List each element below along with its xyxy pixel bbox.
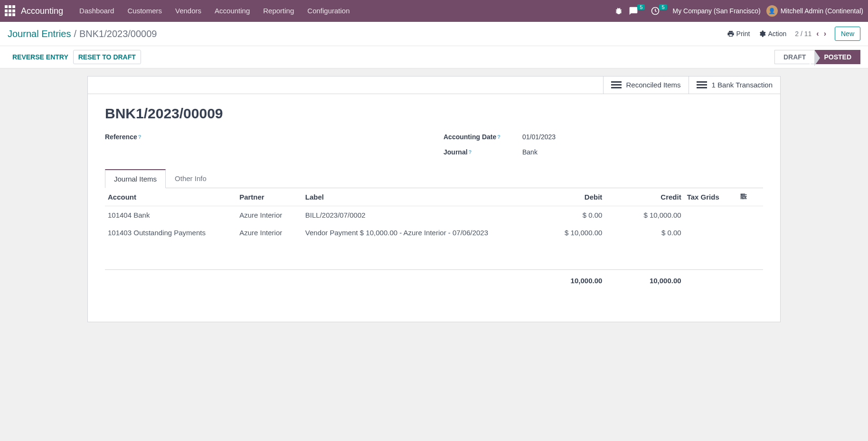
reset-to-draft-button[interactable]: RESET TO DRAFT [73,50,141,64]
pager-prev-icon[interactable]: ‹ [816,29,819,38]
col-debit[interactable]: Debit [526,188,605,206]
status-draft[interactable]: DRAFT [774,50,815,64]
pager-next-icon[interactable]: › [824,29,826,38]
list-icon [611,81,622,88]
apps-icon[interactable] [5,5,16,17]
avatar-icon: 👤 [766,5,778,17]
journal-value[interactable]: Bank [522,148,538,156]
nav-reporting[interactable]: Reporting [256,0,301,22]
col-credit[interactable]: Credit [605,188,684,206]
journal-items-table: Account Partner Label Debit Credit Tax G… [105,188,763,292]
col-settings[interactable] [737,188,763,206]
breadcrumb-parent[interactable]: Journal Entries [8,29,71,39]
fields-right: Accounting Date ? 01/01/2023 Journal ? B… [443,133,763,156]
entry-name: BNK1/2023/00009 [105,105,763,122]
company-switcher[interactable]: My Company (San Francisco) [673,7,761,15]
journal-label: Journal ? [443,148,515,156]
reconciled-items-button[interactable]: Reconciled Items [603,77,689,94]
messages-badge: 5 [637,4,645,10]
activities-icon[interactable]: 5 [651,6,667,16]
tab-journal-items[interactable]: Journal Items [105,169,166,188]
status-bar: REVERSE ENTRY RESET TO DRAFT DRAFT POSTE… [0,46,868,68]
nav-configuration[interactable]: Configuration [301,0,356,22]
nav-customers[interactable]: Customers [121,0,169,22]
control-right: Print Action 2 / 11 ‹ › New [727,27,860,41]
stat-buttons: Reconciled Items 1 Bank Transaction [88,77,780,94]
table-row[interactable]: 101403 Outstanding Payments Azure Interi… [105,224,763,241]
sheet-wrap: Reconciled Items 1 Bank Transaction BNK1… [0,68,868,330]
status-pills: DRAFT POSTED [774,50,860,64]
list-icon [697,81,707,88]
accounting-date-value[interactable]: 01/01/2023 [522,133,556,141]
control-bar: Journal Entries / BNK1/2023/00009 Print … [0,22,868,46]
user-name: Mitchell Admin (Continental) [781,7,863,15]
breadcrumb: Journal Entries / BNK1/2023/00009 [8,29,157,39]
action-button[interactable]: Action [758,30,786,38]
messages-icon[interactable]: 5 [629,6,645,16]
fields-left: Reference ? [105,133,425,156]
col-tax-grids[interactable]: Tax Grids [684,188,737,206]
table-spacer [105,241,763,270]
new-button[interactable]: New [835,27,860,41]
nav-menu: Dashboard Customers Vendors Accounting R… [73,0,356,22]
col-account[interactable]: Account [105,188,236,206]
debug-icon[interactable] [614,7,623,15]
sheet-body: BNK1/2023/00009 Reference ? Accounting [88,94,780,322]
table-row[interactable]: 101404 Bank Azure Interior BILL/2023/07/… [105,206,763,224]
print-button[interactable]: Print [727,30,750,38]
total-credit: 10,000.00 [605,270,684,292]
breadcrumb-sep: / [74,29,76,39]
user-menu[interactable]: 👤 Mitchell Admin (Continental) [766,5,863,17]
reverse-entry-button[interactable]: REVERSE ENTRY [8,50,73,64]
help-icon[interactable]: ? [138,134,142,140]
navbar: Accounting Dashboard Customers Vendors A… [0,0,868,22]
total-debit: 10,000.00 [526,270,605,292]
activities-badge: 5 [659,4,667,10]
status-posted[interactable]: POSTED [815,50,860,64]
tabs: Journal Items Other Info [105,169,763,188]
accounting-date-label: Accounting Date ? [443,133,515,141]
form-sheet: Reconciled Items 1 Bank Transaction BNK1… [87,76,781,322]
journal-field: Journal ? Bank [443,148,763,156]
pager-count[interactable]: 2 / 11 [795,30,811,38]
breadcrumb-current: BNK1/2023/00009 [79,29,157,39]
nav-accounting[interactable]: Accounting [208,0,256,22]
pager: 2 / 11 ‹ › [795,29,826,38]
help-icon[interactable]: ? [497,134,500,140]
help-icon[interactable]: ? [469,149,472,155]
fields-grid: Reference ? Accounting Date ? 01/01/2023 [105,133,763,156]
nav-dashboard[interactable]: Dashboard [73,0,121,22]
tab-other-info[interactable]: Other Info [166,169,216,188]
nav-right: 5 5 My Company (San Francisco) 👤 Mitchel… [614,5,863,17]
accounting-date-field: Accounting Date ? 01/01/2023 [443,133,763,141]
col-partner[interactable]: Partner [236,188,302,206]
reference-label: Reference ? [105,133,176,141]
col-label[interactable]: Label [302,188,526,206]
table-totals: 10,000.00 10,000.00 [105,270,763,292]
nav-vendors[interactable]: Vendors [169,0,208,22]
reference-field: Reference ? [105,133,425,141]
table-body: 101404 Bank Azure Interior BILL/2023/07/… [105,206,763,291]
bank-transaction-button[interactable]: 1 Bank Transaction [689,77,780,94]
module-name[interactable]: Accounting [21,6,63,16]
